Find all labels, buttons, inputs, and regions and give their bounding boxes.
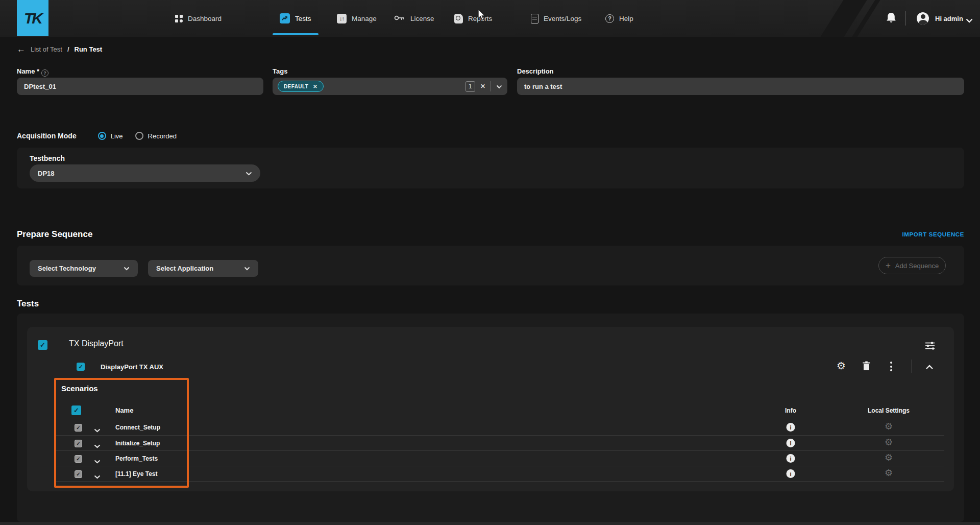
tags-label: Tags [273, 67, 287, 75]
scenarios-title: Scenarios [61, 384, 98, 393]
info-icon[interactable]: i [787, 469, 795, 478]
chevron-down-icon[interactable] [94, 472, 101, 481]
radio-recorded[interactable]: Recorded [135, 132, 177, 140]
avatar[interactable] [917, 12, 929, 25]
tags-clear-icon[interactable]: ✕ [480, 83, 485, 90]
scenario-name: Perform_Tests [115, 451, 158, 466]
description-input[interactable] [517, 78, 964, 95]
select-technology-placeholder: Select Technology [38, 265, 96, 272]
chevron-down-icon[interactable] [94, 425, 101, 435]
radio-recorded-label: Recorded [148, 132, 177, 140]
back-arrow-icon[interactable]: ← [17, 45, 26, 54]
testbench-select[interactable]: DP18 [30, 164, 260, 182]
scenario-row: ✓ Connect_Setup i ⚙ [56, 420, 944, 435]
nav-label: Help [619, 15, 633, 22]
scenario-checkbox[interactable]: ✓ [75, 470, 82, 478]
chevron-down-icon [124, 265, 130, 272]
local-settings-gear-icon[interactable]: ⚙ [885, 422, 893, 431]
info-icon[interactable]: i [787, 439, 795, 447]
chevron-down-icon[interactable] [966, 16, 973, 25]
tags-dropdown-chevron-icon[interactable] [496, 82, 502, 91]
scenario-checkbox[interactable]: ✓ [75, 455, 82, 463]
scenario-row: ✓ Initialize_Setup i ⚙ [56, 435, 944, 450]
radio-live-label: Live [111, 132, 123, 140]
name-input[interactable] [17, 78, 263, 95]
column-header-name: Name [115, 407, 133, 414]
tests-title: Tests [17, 299, 39, 309]
more-options-kebab-icon[interactable] [889, 361, 893, 372]
info-icon[interactable]: i [787, 454, 795, 463]
local-settings-gear-icon[interactable]: ⚙ [885, 468, 893, 478]
group-label: TX DisplayPort [69, 339, 124, 348]
prepare-sequence-panel: Select Technology Select Application + A… [17, 246, 964, 285]
add-sequence-button[interactable]: + Add Sequence [878, 257, 946, 274]
breadcrumb: ← List of Test / Run Test [17, 45, 102, 54]
radio-live[interactable]: Live [98, 132, 123, 140]
group-checkbox[interactable]: ✓ [38, 340, 47, 350]
tektronix-logo[interactable]: TK [17, 0, 48, 36]
tag-chip-label: DEFAULT [284, 84, 308, 89]
trash-icon[interactable] [862, 361, 871, 373]
tune-filter-icon[interactable] [924, 341, 936, 352]
scenario-checkbox[interactable]: ✓ [75, 424, 82, 432]
tab-help[interactable]: ? Help [605, 0, 633, 37]
topbar-divider [905, 11, 906, 26]
radio-live-circle[interactable] [98, 132, 106, 140]
chevron-down-icon [246, 170, 252, 177]
table-bottom-border [56, 481, 944, 482]
nav-label: License [410, 15, 434, 22]
tag-remove-icon[interactable]: ✕ [313, 84, 317, 89]
plus-icon: + [886, 260, 891, 271]
select-application-placeholder: Select Application [156, 265, 213, 272]
breadcrumb-current: Run Test [75, 45, 103, 53]
scenario-checkbox[interactable]: ✓ [75, 440, 82, 447]
tags-count-badge: 1 [465, 81, 475, 92]
reports-icon [454, 14, 463, 23]
top-navigation-bar: TK Dashboard Tests ↓↑ Manage License Rep… [0, 0, 980, 37]
chevron-down-icon [244, 265, 250, 272]
info-icon[interactable]: i [787, 423, 795, 432]
tags-field[interactable]: DEFAULT ✕ 1 ✕ [273, 78, 507, 95]
column-header-local-settings: Local Settings [868, 407, 910, 414]
local-settings-gear-icon[interactable]: ⚙ [885, 438, 893, 447]
tab-reports[interactable]: Reports [454, 0, 492, 37]
select-application-dropdown[interactable]: Select Application [148, 260, 258, 277]
nav-label: Reports [468, 15, 492, 22]
tags-divider [491, 81, 491, 91]
breadcrumb-separator: / [67, 45, 69, 53]
subgroup-checkbox[interactable]: ✓ [77, 363, 85, 371]
notification-bell-icon[interactable] [886, 12, 896, 27]
testbench-panel: Testbench DP18 [17, 148, 964, 188]
user-greeting: Hi admin [935, 15, 963, 22]
collapse-chevron-up-icon[interactable] [925, 363, 934, 372]
acquisition-mode-group: Acquisition Mode Live Recorded [17, 132, 177, 140]
tab-license[interactable]: License [394, 0, 434, 37]
chevron-down-icon[interactable] [94, 441, 101, 450]
scenario-row: ✓ Perform_Tests i ⚙ [56, 450, 944, 466]
radio-recorded-circle[interactable] [135, 132, 143, 140]
manage-icon: ↓↑ [337, 14, 347, 23]
name-label: Name *? [17, 67, 48, 77]
column-header-info: Info [785, 407, 796, 414]
nav-label: Dashboard [188, 15, 222, 22]
settings-gear-icon[interactable]: ⚙ [837, 361, 846, 371]
tests-trend-icon [280, 13, 290, 23]
tab-tests[interactable]: Tests [280, 0, 311, 37]
scenarios-header-row: ✓ Name Info Local Settings [56, 402, 944, 419]
dashboard-grid-icon [175, 15, 183, 22]
tag-chip[interactable]: DEFAULT ✕ [278, 81, 324, 92]
select-technology-dropdown[interactable]: Select Technology [30, 260, 138, 277]
breadcrumb-parent[interactable]: List of Test [31, 45, 62, 53]
select-all-checkbox[interactable]: ✓ [71, 405, 81, 415]
name-help-icon[interactable]: ? [41, 69, 48, 77]
tab-dashboard[interactable]: Dashboard [175, 0, 222, 37]
acquisition-mode-label: Acquisition Mode [17, 132, 77, 140]
help-icon: ? [605, 14, 614, 23]
bottom-scrollbar-track[interactable] [0, 522, 980, 525]
chevron-down-icon[interactable] [94, 457, 101, 466]
local-settings-gear-icon[interactable]: ⚙ [885, 453, 893, 462]
tab-manage[interactable]: ↓↑ Manage [337, 0, 377, 37]
nav-label: Manage [352, 15, 377, 22]
import-sequence-link[interactable]: IMPORT SEQUENCE [902, 231, 964, 237]
tab-events-logs[interactable]: Events/Logs [531, 0, 581, 37]
